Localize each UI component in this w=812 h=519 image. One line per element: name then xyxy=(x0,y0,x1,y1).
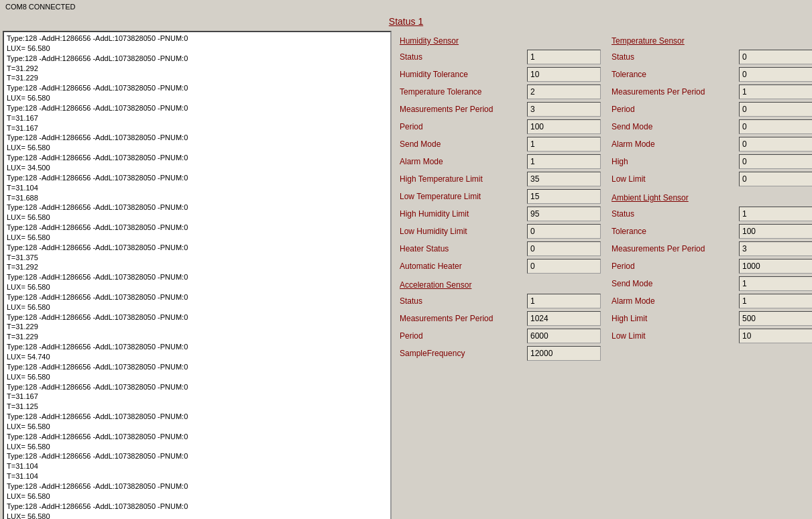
sensor-row: High xyxy=(612,154,812,169)
ambient-light-sensor-title[interactable]: Ambient Light Sensor xyxy=(612,193,812,203)
sensor-field-input[interactable] xyxy=(739,259,812,274)
sensor-row: Send Mode xyxy=(400,137,601,152)
sensor-field-label: Status xyxy=(612,209,739,219)
sensor-field-input[interactable] xyxy=(739,241,812,256)
log-line: LUX= 56.580 xyxy=(7,213,388,223)
sensor-field-label: Low Temperature Limit xyxy=(400,192,527,201)
sensor-field-label: Alarm Mode xyxy=(400,157,527,166)
sensor-row: High Temperature Limit xyxy=(400,172,601,186)
temperature-sensor-title[interactable]: Temperature Sensor xyxy=(612,36,812,46)
sensor-row: Automatic Heater xyxy=(400,259,601,274)
sensor-field-input[interactable] xyxy=(739,137,812,152)
log-line: Type:128 -AddH:1286656 -AddL:1073828050 … xyxy=(7,362,388,372)
log-line: LUX= 56.580 xyxy=(7,372,388,382)
humidity-sensor-section: Humidity Sensor StatusHumidity Tolerance… xyxy=(400,36,601,274)
log-line: Type:128 -AddH:1286656 -AddL:1073828050 … xyxy=(7,292,388,302)
sensor-row: Status xyxy=(400,294,601,308)
sensor-field-input[interactable] xyxy=(739,50,812,64)
sensor-field-input[interactable] xyxy=(527,84,601,99)
sensor-field-input[interactable] xyxy=(527,172,601,186)
right-sensor-column: Temperature Sensor StatusToleranceMeasur… xyxy=(606,31,812,363)
log-text[interactable]: Type:128 -AddH:1286656 -AddL:1073828050 … xyxy=(4,32,390,519)
log-line: LUX= 56.580 xyxy=(7,422,388,432)
sensor-field-input[interactable] xyxy=(527,67,601,82)
log-line: LUX= 56.580 xyxy=(7,492,388,502)
log-line: LUX= 56.580 xyxy=(7,512,388,520)
sensor-field-label: Alarm Mode xyxy=(612,296,739,306)
sensor-field-label: Status xyxy=(400,52,527,62)
log-line: Type:128 -AddH:1286656 -AddL:1073828050 … xyxy=(7,451,388,461)
sensor-field-input[interactable] xyxy=(527,311,601,326)
log-line: Type:128 -AddH:1286656 -AddL:1073828050 … xyxy=(7,342,388,352)
log-line: Type:128 -AddH:1286656 -AddL:1073828050 … xyxy=(7,502,388,512)
sensor-field-input[interactable] xyxy=(739,67,812,82)
sensor-field-label: High Limit xyxy=(612,314,739,323)
sensor-field-label: Period xyxy=(612,262,739,271)
sensor-field-label: High Humidity Limit xyxy=(400,209,527,219)
sensor-row: Period xyxy=(400,329,601,343)
sensor-field-label: Tolerance xyxy=(612,227,739,236)
sensor-field-input[interactable] xyxy=(527,50,601,64)
sensor-field-input[interactable] xyxy=(739,84,812,99)
sensor-field-label: Period xyxy=(400,122,527,131)
log-line: T=31.292 xyxy=(7,262,388,272)
sensor-row: Measurements Per Period xyxy=(400,102,601,117)
sensor-field-input[interactable] xyxy=(527,294,601,308)
sensor-field-input[interactable] xyxy=(527,329,601,343)
sensor-field-input[interactable] xyxy=(527,346,601,361)
sensor-row: Alarm Mode xyxy=(400,154,601,169)
log-line: T=31.167 xyxy=(7,123,388,133)
sensor-field-label: Automatic Heater xyxy=(400,262,527,271)
sensor-row: Measurements Per Period xyxy=(612,241,812,256)
log-line: T=31.167 xyxy=(7,113,388,123)
sensor-field-input[interactable] xyxy=(739,154,812,169)
sensor-field-input[interactable] xyxy=(527,137,601,152)
log-line: T=31.167 xyxy=(7,392,388,402)
sensor-field-input[interactable] xyxy=(527,224,601,239)
sensor-field-input[interactable] xyxy=(527,241,601,256)
sensor-field-input[interactable] xyxy=(739,294,812,308)
sensor-row: Period xyxy=(612,102,812,117)
sensor-field-label: High Temperature Limit xyxy=(400,174,527,184)
top-bar: COM8 CONNECTED xyxy=(0,0,812,13)
sensor-row: Status xyxy=(400,50,601,64)
log-line: T=31.688 xyxy=(7,193,388,203)
sensor-field-label: Humidity Tolerance xyxy=(400,70,527,79)
log-line: T=31.104 xyxy=(7,461,388,471)
log-line: LUX= 56.580 xyxy=(7,442,388,452)
sensor-field-label: Send Mode xyxy=(612,279,739,288)
sensor-field-label: Send Mode xyxy=(612,122,739,131)
log-line: T=31.292 xyxy=(7,64,388,74)
log-line: Type:128 -AddH:1286656 -AddL:1073828050 … xyxy=(7,133,388,143)
sensor-field-input[interactable] xyxy=(739,329,812,343)
sensor-field-input[interactable] xyxy=(527,189,601,204)
sensor-field-input[interactable] xyxy=(739,119,812,134)
sensor-row: Measurements Per Period xyxy=(612,84,812,99)
sensor-field-label: High xyxy=(612,157,739,166)
log-line: LUX= 54.740 xyxy=(7,352,388,362)
sensor-row: Temperature Tolerance xyxy=(400,84,601,99)
sensor-field-label: Period xyxy=(400,331,527,341)
sensor-field-input[interactable] xyxy=(527,154,601,169)
acceleration-sensor-title[interactable]: Acceleration Sensor xyxy=(400,280,601,290)
sensor-field-label: Measurements Per Period xyxy=(400,105,527,114)
sensor-field-label: Low Limit xyxy=(612,174,739,184)
page-title: Status 1 xyxy=(0,13,812,31)
sensor-field-label: Low Limit xyxy=(612,331,739,341)
sensor-row: Period xyxy=(400,119,601,134)
sensor-row: Tolerance xyxy=(612,224,812,239)
humidity-sensor-title[interactable]: Humidity Sensor xyxy=(400,36,601,46)
sensor-field-input[interactable] xyxy=(739,276,812,291)
sensor-field-input[interactable] xyxy=(527,119,601,134)
sensor-field-label: Alarm Mode xyxy=(612,139,739,149)
sensor-field-input[interactable] xyxy=(739,311,812,326)
sensor-field-input[interactable] xyxy=(527,207,601,221)
sensor-field-input[interactable] xyxy=(739,102,812,117)
sensor-field-input[interactable] xyxy=(739,224,812,239)
sensor-field-input[interactable] xyxy=(527,102,601,117)
log-line: LUX= 56.580 xyxy=(7,44,388,54)
sensor-field-input[interactable] xyxy=(739,172,812,186)
sensor-field-input[interactable] xyxy=(739,207,812,221)
sensor-field-input[interactable] xyxy=(527,259,601,274)
sensors-panel: Humidity Sensor StatusHumidity Tolerance… xyxy=(394,31,812,519)
